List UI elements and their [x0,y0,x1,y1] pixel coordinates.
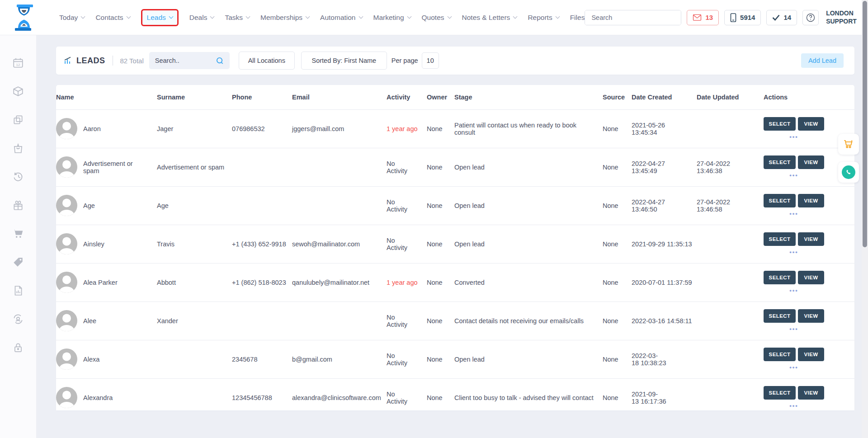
view-button[interactable]: VIEW [798,271,824,284]
nav-item-reports[interactable]: Reports [528,14,559,22]
table-row: Alexandra 12345456788 alexandra@clinicso… [56,378,854,410]
select-button[interactable]: SELECT [764,271,796,284]
phone-cell: +1 (433) 652-9918 [232,225,292,263]
main-content: LEADS 82 Total All Locations Sorted By: … [36,35,862,438]
divider [113,56,113,66]
copy-icon[interactable] [12,114,24,126]
nav-item-marketing[interactable]: Marketing [373,14,411,22]
account-sync-icon[interactable] [12,313,24,325]
col-header-source: Source [603,85,632,109]
select-button[interactable]: SELECT [764,232,796,246]
owner-cell: None [427,148,454,186]
floating-cart-widget[interactable] [838,134,859,155]
date-created-cell: 2021-09-13 16:17:36 [632,378,697,410]
view-button[interactable]: VIEW [798,194,824,207]
nav-item-tasks[interactable]: Tasks [225,14,250,22]
more-actions-button[interactable]: ••• [764,210,824,217]
view-button[interactable]: VIEW [798,155,824,169]
envelope-icon [693,14,702,21]
history-icon[interactable] [12,171,24,183]
report-icon[interactable] [12,285,24,297]
avatar [56,349,77,370]
view-button[interactable]: VIEW [798,309,824,323]
select-button[interactable]: SELECT [764,117,796,131]
select-button[interactable]: SELECT [764,348,796,361]
nav-item-memberships[interactable]: Memberships [260,14,309,22]
nav-item-contacts[interactable]: Contacts [95,14,130,22]
source-cell: None [603,263,632,301]
avatar [56,195,77,216]
calendar-icon[interactable]: 12 [12,57,24,69]
more-actions-button[interactable]: ••• [764,133,824,140]
owner-cell: None [427,340,454,378]
col-header-activity: Activity [387,85,427,109]
cart-icon[interactable] [12,228,24,240]
date-created-cell: 2020-07-01 11:37:59 [632,263,697,301]
scrollbar-thumb[interactable] [863,1,867,247]
select-button[interactable]: SELECT [764,386,796,400]
date-created-cell: 2021-09-29 11:35:13 [632,225,697,263]
phone-cell: +1 (862) 518-8023 [232,263,292,301]
email-cell [292,148,387,186]
floating-phone-widget[interactable] [838,162,859,183]
sort-filter[interactable]: Sorted By: First Name [301,52,387,70]
view-button[interactable]: VIEW [798,386,824,400]
user-name: LONDON SUPPORT [826,9,857,25]
select-button[interactable]: SELECT [764,155,796,169]
lock-icon[interactable] [12,342,24,353]
select-button[interactable]: SELECT [764,309,796,323]
avatar [56,272,77,293]
search-icon[interactable] [216,57,224,65]
help-button[interactable] [802,10,819,25]
gift-icon[interactable] [12,199,24,211]
nav-item-leads[interactable]: Leads [147,14,173,22]
activity-cell: No Activity [387,378,427,410]
source-cell: None [603,109,632,148]
more-actions-button[interactable]: ••• [764,249,824,255]
nav-item-quotes[interactable]: Quotes [422,14,451,22]
per-page-value[interactable]: 10 [422,52,439,69]
lead-name: Advertisement or spam [83,160,146,174]
surname-cell: Travis [157,225,232,263]
view-button[interactable]: VIEW [798,348,824,361]
nav-item-today[interactable]: Today [59,14,85,22]
package-icon[interactable] [12,85,24,97]
nav-item-deals[interactable]: Deals [189,14,214,22]
stage-cell: Patient will contact us when ready to bo… [454,109,603,148]
messages-badge[interactable]: 13 [687,10,719,25]
more-actions-button[interactable]: ••• [764,287,824,294]
view-button[interactable]: VIEW [798,117,824,131]
email-cell: alexandra@clinicsoftware.com [292,378,387,410]
calls-badge[interactable]: 5914 [724,10,761,25]
activity-cell: 1 year ago [387,109,427,148]
select-button[interactable]: SELECT [764,194,796,207]
nav-item-automation[interactable]: Automation [320,14,362,22]
email-cell: jggers@maill.com [292,109,387,148]
shopping-bag-icon[interactable] [12,142,24,154]
price-tag-icon[interactable] [12,256,24,268]
top-right-cluster: 13 5914 14 LONDON SUPPORT [585,9,868,26]
leads-search-input[interactable] [155,57,209,64]
more-actions-button[interactable]: ••• [764,402,824,409]
date-updated-cell: 27-04-2022 13:46:58 [697,186,764,225]
view-button[interactable]: VIEW [798,232,824,246]
date-updated-cell [697,378,764,410]
more-actions-button[interactable]: ••• [764,172,824,179]
owner-cell: None [427,378,454,410]
col-header-stage: Stage [454,85,603,109]
more-actions-button[interactable]: ••• [764,325,824,332]
page-title: LEADS [63,56,105,66]
tasks-badge[interactable]: 14 [766,10,797,25]
location-filter[interactable]: All Locations [239,52,295,70]
nav-item-files[interactable]: Files [570,14,585,22]
scrollbar-track[interactable] [862,0,868,438]
global-search-input[interactable] [585,10,681,25]
add-lead-button[interactable]: Add Lead [801,53,844,68]
more-actions-button[interactable]: ••• [764,364,824,371]
table-row: Age Age No Activity None Open lead None … [56,186,854,225]
app-logo-hourglass-icon[interactable] [14,5,34,31]
lead-name: Alee [83,317,96,325]
nav-item-notes-letters[interactable]: Notes & Letters [462,14,517,22]
owner-cell: None [427,186,454,225]
email-cell: sewoh@mailinator.com [292,225,387,263]
